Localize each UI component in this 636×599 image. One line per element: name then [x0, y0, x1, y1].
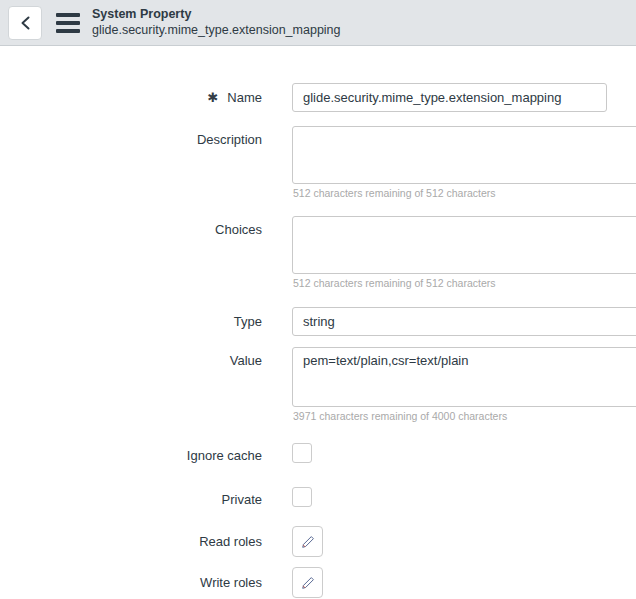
choices-label: Choices	[215, 222, 262, 237]
name-input[interactable]	[292, 83, 607, 112]
write-roles-edit-button[interactable]	[292, 567, 323, 598]
field-row-name: ✱ Name	[0, 83, 636, 112]
hamburger-menu-icon[interactable]	[56, 13, 80, 33]
value-char-counter: 3971 characters remaining of 4000 charac…	[293, 410, 636, 422]
back-button[interactable]	[8, 6, 42, 40]
write-roles-label: Write roles	[200, 575, 262, 590]
field-row-ignore-cache: Ignore cache	[0, 443, 636, 467]
chevron-left-icon	[20, 15, 31, 31]
description-char-counter: 512 characters remaining of 512 characte…	[293, 187, 636, 199]
ignore-cache-label: Ignore cache	[187, 448, 262, 463]
read-roles-label: Read roles	[199, 534, 262, 549]
value-textarea[interactable]: pem=text/plain,csr=text/plain	[292, 347, 636, 407]
record-name: glide.security.mime_type.extension_mappi…	[92, 23, 341, 39]
choices-textarea[interactable]	[292, 216, 636, 274]
private-checkbox[interactable]	[292, 487, 312, 507]
read-roles-edit-button[interactable]	[292, 526, 323, 557]
ignore-cache-checkbox[interactable]	[292, 443, 312, 463]
type-select[interactable]	[292, 307, 636, 336]
field-row-type: Type	[0, 307, 636, 336]
name-label: Name	[227, 90, 262, 105]
system-property-form: ✱ Name Description 512 characters remain…	[0, 46, 636, 598]
field-row-read-roles: Read roles	[0, 526, 636, 557]
header-title-block: System Property glide.security.mime_type…	[92, 7, 341, 38]
field-row-choices: Choices 512 characters remaining of 512 …	[0, 216, 636, 289]
description-label: Description	[197, 132, 262, 147]
field-row-private: Private	[0, 487, 636, 511]
type-label: Type	[234, 314, 262, 329]
field-row-value: Value pem=text/plain,csr=text/plain 3971…	[0, 347, 636, 422]
page-title: System Property	[92, 7, 341, 23]
field-row-description: Description 512 characters remaining of …	[0, 126, 636, 199]
pencil-icon	[301, 576, 315, 590]
required-asterisk-icon: ✱	[207, 91, 218, 104]
private-label: Private	[222, 492, 262, 507]
choices-char-counter: 512 characters remaining of 512 characte…	[293, 277, 636, 289]
value-label: Value	[230, 353, 262, 368]
field-row-write-roles: Write roles	[0, 567, 636, 598]
form-header: System Property glide.security.mime_type…	[0, 0, 636, 46]
description-textarea[interactable]	[292, 126, 636, 184]
pencil-icon	[301, 535, 315, 549]
